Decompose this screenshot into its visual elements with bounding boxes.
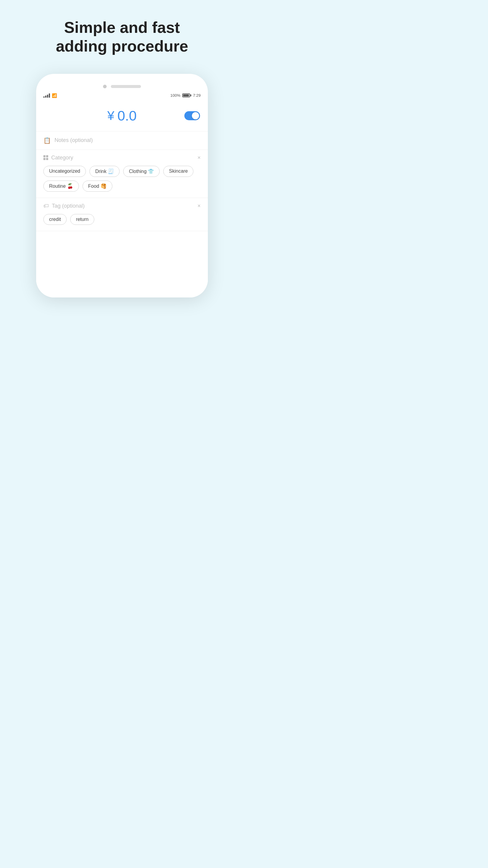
category-chips-container: Uncategorized Drink 🧾 Clothing 👕 Skincar…	[43, 166, 201, 192]
battery-percent: 100%	[170, 93, 180, 98]
chip-uncategorized[interactable]: Uncategorized	[43, 166, 86, 177]
currency-symbol: ¥	[107, 108, 114, 123]
tag-header: 🏷 Tag (optional) ×	[43, 203, 201, 209]
category-section: Category × Uncategorized Drink 🧾 Clothin…	[36, 150, 208, 198]
chip-skincare[interactable]: Skincare	[163, 166, 193, 177]
chip-drink[interactable]: Drink 🧾	[90, 166, 120, 177]
amount-row: ¥ 0.0	[36, 100, 208, 131]
bottom-area	[36, 231, 208, 298]
toggle-switch[interactable]	[184, 111, 200, 120]
phone-notch	[36, 83, 208, 92]
notch-bar	[111, 85, 141, 88]
signal-icon	[43, 93, 50, 98]
tag-label: Tag (optional)	[52, 203, 85, 209]
phone-frame: 📶 100% 7:29 ¥ 0.0 📋	[36, 74, 208, 298]
tag-section: 🏷 Tag (optional) × credit return	[36, 198, 208, 231]
page-title: Simple and fast adding procedure	[38, 18, 206, 56]
notes-icon: 📋	[43, 137, 51, 144]
tag-chips-container: credit return	[43, 214, 201, 225]
notch-dot	[103, 85, 107, 88]
chip-routine[interactable]: Routine 🍒	[43, 181, 79, 192]
category-close-button[interactable]: ×	[197, 155, 201, 161]
status-left: 📶	[43, 93, 57, 98]
tag-title-group: 🏷 Tag (optional)	[43, 203, 85, 209]
chip-credit[interactable]: credit	[43, 214, 67, 225]
notes-row[interactable]: 📋 Notes (optional)	[36, 131, 208, 150]
toggle-thumb	[192, 112, 199, 119]
category-grid-icon	[43, 155, 48, 160]
wifi-icon: 📶	[52, 93, 57, 98]
chip-clothing[interactable]: Clothing 👕	[123, 166, 160, 177]
notes-placeholder: Notes (optional)	[55, 137, 93, 144]
tag-close-button[interactable]: ×	[197, 203, 201, 209]
status-right: 100% 7:29	[170, 93, 201, 98]
status-bar: 📶 100% 7:29	[36, 92, 208, 100]
amount-display: ¥ 0.0	[107, 107, 136, 124]
app-content: ¥ 0.0 📋 Notes (optional)	[36, 100, 208, 298]
category-label: Category	[51, 155, 73, 161]
tag-icon: 🏷	[43, 203, 49, 209]
chip-food[interactable]: Food 🥞	[83, 181, 112, 192]
time-display: 7:29	[193, 93, 201, 98]
category-title-group: Category	[43, 155, 73, 161]
battery-icon	[182, 93, 191, 97]
chip-return[interactable]: return	[70, 214, 94, 225]
category-header: Category ×	[43, 155, 201, 161]
amount-value: 0.0	[118, 107, 137, 124]
